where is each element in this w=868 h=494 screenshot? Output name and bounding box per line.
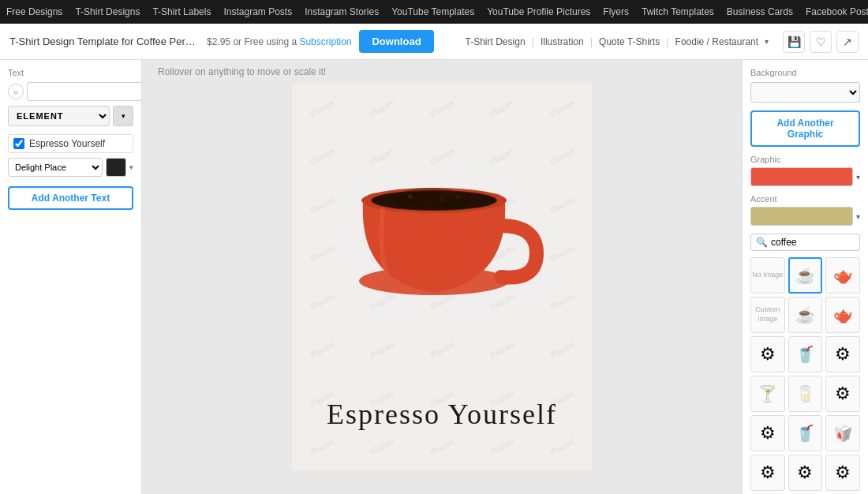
nav-youtube-templates[interactable]: YouTube Templates [391, 6, 474, 17]
graphic-cell-6[interactable]: ⚙ [825, 336, 860, 372]
header-bar: T-Shirt Design Template for Coffee Perso… [0, 24, 868, 60]
graphic-icon-4: ⚙ [760, 344, 776, 365]
graphic-cell-8[interactable]: 🥛 [788, 376, 823, 412]
page-title: T-Shirt Design Template for Coffee Perso… [9, 36, 199, 47]
svg-point-11 [401, 199, 404, 202]
price-info: $2.95 or Free using a Subscription [207, 36, 351, 47]
right-panel: Background Add Another Graphic Graphic ▾… [742, 60, 868, 494]
graphic-icon-2: ☕ [795, 305, 815, 324]
nav-business-cards[interactable]: Business Cards [727, 6, 793, 17]
nav-tshirt-designs[interactable]: T-Shirt Designs [75, 6, 140, 17]
nav-flyers[interactable]: Flyers [603, 6, 629, 17]
save-icon-button[interactable]: 💾 [783, 31, 805, 53]
graphic-icon-0: ☕ [795, 266, 815, 285]
text-circle-button[interactable]: ○ [8, 84, 24, 99]
font-color-box[interactable] [106, 158, 126, 177]
graphic-cell-11[interactable]: 🥤 [788, 415, 823, 451]
graphic-color-dropdown[interactable]: ▾ [856, 173, 860, 182]
font-row: Delight Place ▾ [8, 158, 133, 177]
top-navigation: Free Designs T-Shirt Designs T-Shirt Lab… [0, 0, 868, 24]
left-panel: Text ○ ELEMENT ▾ Espresso Yourself Delig… [0, 60, 142, 494]
graphic-search-input[interactable] [771, 237, 855, 248]
add-text-button[interactable]: Add Another Text [8, 186, 133, 210]
graphic-icon-10: ⚙ [760, 423, 776, 443]
font-select[interactable]: Delight Place [8, 158, 103, 177]
coffee-cup-svg [339, 107, 544, 320]
add-graphic-button[interactable]: Add Another Graphic [750, 110, 860, 147]
share-icon-button[interactable]: ↗ [836, 31, 859, 53]
graphic-cell-12[interactable]: 🥡 [825, 415, 860, 451]
layer-checkbox[interactable] [13, 138, 24, 149]
graphic-icon-5: 🥤 [795, 345, 815, 364]
tag-quote-tshirts[interactable]: Quote T-Shirts [599, 36, 660, 47]
no-image-label: No Image [752, 271, 783, 280]
graphic-cell-14[interactable]: ⚙ [788, 455, 823, 491]
tag-illustration[interactable]: Illustration [541, 36, 584, 47]
custom-image-label: Custom Image [751, 305, 784, 324]
graphic-search-row: 🔍 [750, 234, 860, 251]
accent-color-row: ▾ [750, 207, 860, 226]
svg-point-7 [408, 194, 413, 199]
graphic-cell-7[interactable]: 🍸 [750, 376, 785, 412]
graphic-icon-11: 🥤 [795, 424, 815, 443]
price-text: or Free using a [233, 36, 297, 47]
nav-youtube-profile[interactable]: YouTube Profile Pictures [487, 6, 590, 17]
graphic-icon-13: ⚙ [760, 462, 776, 483]
download-button[interactable]: Download [359, 30, 433, 53]
canvas-area[interactable]: Rollover on anything to move or scale it… [142, 60, 742, 494]
custom-image-cell[interactable]: Custom Image [750, 297, 785, 333]
graphic-cell-teapot[interactable]: 🫖 [825, 257, 860, 294]
graphic-cell-15[interactable]: ⚙ [825, 455, 860, 491]
tag-tshirt-design[interactable]: T-Shirt Design [466, 36, 526, 47]
graphic-cell-5[interactable]: 🥤 [788, 336, 823, 372]
graphic-icon-6: ⚙ [835, 344, 851, 365]
tag-foodie[interactable]: Foodie / Restaurant [675, 36, 758, 47]
background-select[interactable] [750, 82, 860, 103]
graphic-icon-1: 🫖 [833, 266, 853, 285]
layer-name: Espresso Yourself [29, 138, 128, 149]
graphic-icon-9: ⚙ [835, 384, 851, 404]
element-color-box[interactable]: ▾ [113, 106, 133, 126]
header-action-icons: 💾 ♡ ↗ [783, 31, 859, 53]
nav-facebook-posts[interactable]: Facebook Posts [806, 6, 868, 17]
graphic-color-row: ▾ [750, 167, 860, 186]
heart-icon-button[interactable]: ♡ [810, 31, 832, 53]
text-section-label: Text [8, 68, 133, 77]
graphic-cell-4[interactable]: ⚙ [750, 336, 785, 372]
element-select[interactable]: ELEMENT [8, 106, 110, 126]
nav-twitch[interactable]: Twitch Templates [642, 6, 714, 17]
element-row: ELEMENT ▾ [8, 106, 133, 126]
accent-color-swatch[interactable] [750, 207, 853, 226]
canvas-wrapper[interactable]: Places Places Places Places Places Place… [292, 84, 592, 470]
subscription-link[interactable]: Subscription [299, 36, 351, 47]
graphic-cell-13[interactable]: ⚙ [750, 455, 785, 491]
nav-instagram-posts[interactable]: Instagram Posts [223, 6, 292, 17]
tags-dropdown-arrow[interactable]: ▾ [765, 37, 769, 46]
svg-point-9 [424, 200, 428, 204]
search-icon: 🔍 [756, 237, 768, 248]
background-label: Background [750, 68, 860, 77]
main-layout: Text ○ ELEMENT ▾ Espresso Yourself Delig… [0, 60, 868, 494]
espresso-text[interactable]: Espresso Yourself [327, 398, 557, 431]
no-image-cell[interactable]: No Image [750, 257, 785, 294]
graphic-icon-15: ⚙ [835, 462, 851, 483]
graphic-cell-2[interactable]: ☕ [788, 297, 823, 333]
graphic-cell-10[interactable]: ⚙ [750, 415, 785, 451]
layer-row: Espresso Yourself [8, 134, 133, 153]
graphic-cell-3[interactable]: 🫖 [825, 297, 860, 333]
graphic-cell-9[interactable]: ⚙ [825, 376, 860, 412]
graphic-color-swatch[interactable] [750, 167, 853, 186]
coffee-cup-graphic[interactable] [339, 107, 544, 320]
svg-point-8 [439, 196, 445, 202]
nav-tshirt-labels[interactable]: T-Shirt Labels [152, 6, 211, 17]
graphic-icon-7: 🍸 [758, 384, 777, 403]
price-value: $2.95 [207, 36, 230, 47]
text-input-field[interactable] [27, 82, 142, 101]
accent-color-dropdown[interactable]: ▾ [856, 212, 860, 221]
nav-instagram-stories[interactable]: Instagram Stories [305, 6, 379, 17]
svg-point-10 [456, 196, 459, 199]
graphic-icon-12: 🥡 [833, 424, 853, 443]
nav-free-designs[interactable]: Free Designs [6, 6, 62, 17]
graphic-cell-coffee-mug[interactable]: ☕ [788, 257, 823, 294]
accent-color-label: Accent [750, 194, 860, 204]
